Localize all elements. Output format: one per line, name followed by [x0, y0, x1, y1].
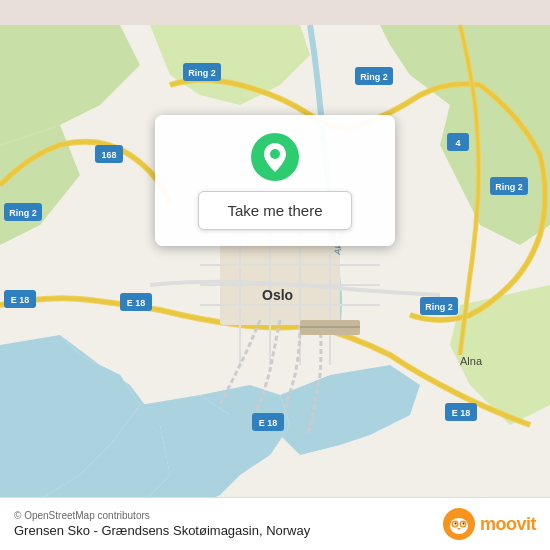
svg-text:E 18: E 18	[259, 418, 278, 428]
moovit-logo: moovit	[443, 508, 536, 540]
svg-text:4: 4	[455, 138, 460, 148]
map-background: Ring 2 Ring 2 Ring 2 Ring 2 Ring 2 168 4…	[0, 0, 550, 550]
map-container: Ring 2 Ring 2 Ring 2 Ring 2 Ring 2 168 4…	[0, 0, 550, 550]
bottom-left-info: © OpenStreetMap contributors Grensen Sko…	[14, 510, 310, 538]
location-name: Grensen Sko - Grændsens Skotøimagasin, N…	[14, 523, 310, 538]
moovit-label: moovit	[480, 514, 536, 535]
take-me-there-button[interactable]: Take me there	[198, 191, 351, 230]
svg-text:Alna: Alna	[460, 355, 483, 367]
bottom-info-bar: © OpenStreetMap contributors Grensen Sko…	[0, 497, 550, 550]
location-card: Take me there	[155, 115, 395, 246]
svg-text:Ring 2: Ring 2	[495, 182, 523, 192]
svg-text:Ring 2: Ring 2	[9, 208, 37, 218]
svg-text:E 18: E 18	[452, 408, 471, 418]
svg-text:E 18: E 18	[127, 298, 146, 308]
svg-point-57	[462, 523, 464, 525]
svg-point-56	[454, 523, 456, 525]
svg-text:Oslo: Oslo	[262, 287, 293, 303]
svg-text:168: 168	[101, 150, 116, 160]
map-pin-icon	[251, 133, 299, 181]
svg-text:Ring 2: Ring 2	[425, 302, 453, 312]
svg-text:Ring 2: Ring 2	[360, 72, 388, 82]
moovit-icon	[443, 508, 475, 540]
attribution-text: © OpenStreetMap contributors	[14, 510, 310, 521]
svg-text:Ring 2: Ring 2	[188, 68, 216, 78]
svg-point-49	[270, 149, 280, 159]
svg-text:E 18: E 18	[11, 295, 30, 305]
